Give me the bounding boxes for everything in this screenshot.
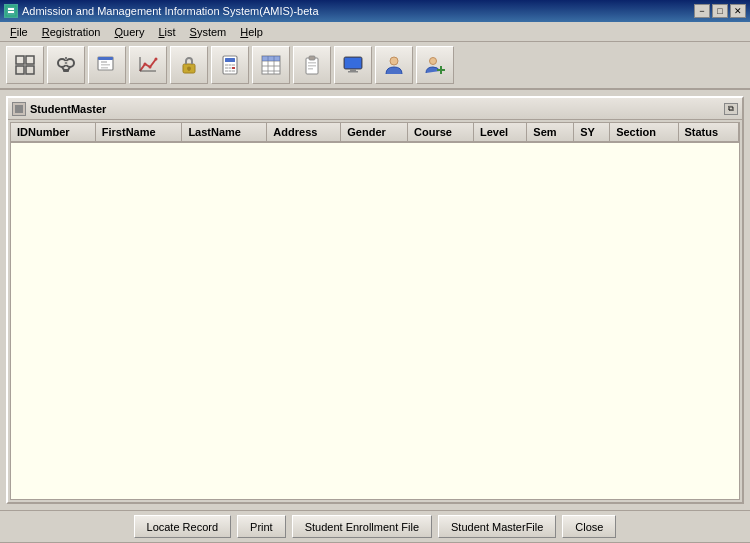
svg-point-20 [144,63,147,66]
svg-rect-37 [229,70,232,72]
svg-rect-6 [26,66,34,74]
toolbar [0,42,750,90]
table-header-row: IDNumber FirstName LastName Address Gend… [11,123,739,142]
svg-rect-53 [350,69,356,71]
inner-window-title-text: StudentMaster [30,103,106,115]
title-controls: − □ ✕ [694,4,746,18]
toolbar-add-user[interactable] [416,46,454,84]
student-enrollment-file-button[interactable]: Student Enrollment File [292,515,432,538]
inner-window-restore-button[interactable]: ⧉ [724,103,738,115]
svg-point-56 [430,58,437,65]
svg-rect-17 [101,61,107,63]
col-header-status: Status [678,123,739,142]
col-header-lastname: LastName [182,123,267,142]
toolbar-grid[interactable] [252,46,290,84]
print-button[interactable]: Print [237,515,286,538]
svg-rect-47 [309,56,315,60]
toolbar-lock[interactable] [170,46,208,84]
col-header-course: Course [408,123,474,142]
toolbar-clipboard[interactable] [293,46,331,84]
toolbar-chart[interactable] [129,46,167,84]
title-bar-left: Admission and Management Information Sys… [4,4,319,18]
col-header-sy: SY [574,123,610,142]
minimize-button[interactable]: − [694,4,710,18]
svg-rect-19 [101,67,108,69]
svg-point-55 [390,57,398,65]
menu-registration[interactable]: Registration [36,25,107,39]
student-master-table: IDNumber FirstName LastName Address Gend… [11,123,739,143]
svg-rect-50 [308,68,313,70]
footer-buttons-bar: Locate Record Print Student Enrollment F… [0,510,750,542]
svg-rect-3 [16,56,24,64]
svg-rect-5 [16,66,24,74]
svg-rect-32 [232,64,235,66]
toolbar-toggle-view[interactable] [6,46,44,84]
data-table-container: IDNumber FirstName LastName Address Gend… [10,122,740,500]
toolbar-user[interactable] [375,46,413,84]
svg-rect-48 [308,62,316,64]
svg-rect-45 [262,56,280,61]
svg-rect-2 [8,11,14,13]
menu-file[interactable]: File [4,25,34,39]
svg-rect-49 [308,65,316,67]
maximize-button[interactable]: □ [712,4,728,18]
svg-rect-10 [65,62,67,64]
svg-rect-16 [98,57,113,60]
close-button[interactable]: ✕ [730,4,746,18]
svg-rect-34 [229,67,232,69]
col-header-section: Section [610,123,678,142]
svg-point-22 [155,58,158,61]
locate-record-button[interactable]: Locate Record [134,515,232,538]
menu-help[interactable]: Help [234,25,269,39]
svg-rect-36 [225,70,228,72]
col-header-address: Address [267,123,341,142]
svg-rect-59 [15,105,23,113]
col-header-firstname: FirstName [95,123,182,142]
svg-rect-14 [63,69,69,72]
svg-rect-31 [229,64,232,66]
svg-rect-29 [225,58,235,62]
svg-rect-18 [101,64,110,66]
app-icon [4,4,18,18]
inner-window-title-bar: StudentMaster ⧉ [8,98,742,120]
svg-rect-30 [225,64,228,66]
svg-rect-1 [8,8,14,10]
toolbar-new-window[interactable] [88,46,126,84]
toolbar-search[interactable] [47,46,85,84]
toolbar-calculator[interactable] [211,46,249,84]
menu-system[interactable]: System [184,25,233,39]
menu-query[interactable]: Query [108,25,150,39]
student-masterfile-button[interactable]: Student MasterFile [438,515,556,538]
close-button[interactable]: Close [562,515,616,538]
title-bar: Admission and Management Information Sys… [0,0,750,22]
col-header-level: Level [474,123,527,142]
inner-window-icon [12,102,26,116]
inner-window-title-left: StudentMaster [12,102,106,116]
col-header-sem: Sem [527,123,574,142]
svg-rect-38 [232,70,235,72]
main-area: StudentMaster ⧉ IDNumber FirstName LastN… [0,90,750,510]
svg-rect-54 [348,71,358,73]
svg-point-21 [149,66,152,69]
svg-rect-4 [26,56,34,64]
menu-list[interactable]: List [152,25,181,39]
col-header-idnumber: IDNumber [11,123,95,142]
col-header-gender: Gender [341,123,408,142]
svg-rect-35 [232,67,235,69]
svg-rect-33 [225,67,228,69]
inner-window: StudentMaster ⧉ IDNumber FirstName LastN… [6,96,744,504]
title-text: Admission and Management Information Sys… [22,5,319,17]
menu-bar: File Registration Query List System Help [0,22,750,42]
toolbar-monitor[interactable] [334,46,372,84]
svg-rect-52 [345,58,361,68]
